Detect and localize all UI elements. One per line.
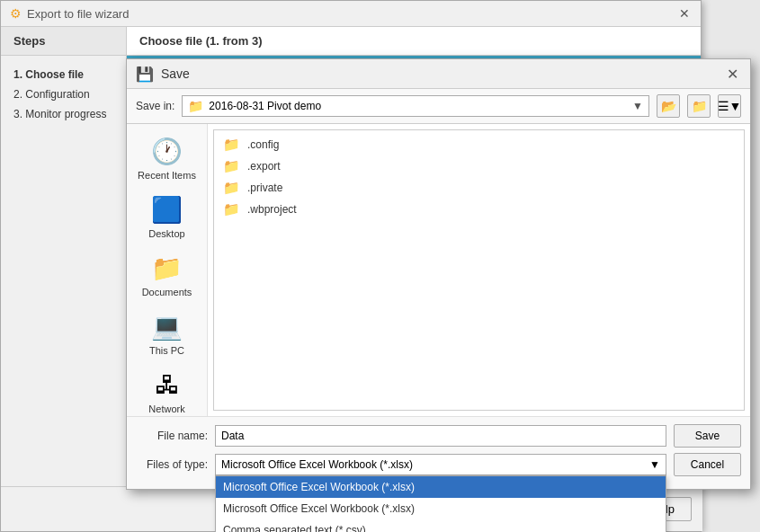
- save-button[interactable]: Save: [674, 424, 741, 448]
- recent-items-label: Recent Items: [138, 170, 196, 181]
- save-dialog-icon: 💾: [136, 66, 154, 83]
- toolbar-up-folder-button[interactable]: 📂: [657, 94, 680, 118]
- save-sidebar: 🕐 Recent Items 🟦 Desktop 📁 Documents 💻 T…: [127, 124, 208, 416]
- network-label: Network: [148, 403, 184, 414]
- documents-icon: 📁: [151, 253, 183, 283]
- wizard-step-3: 3. Monitor progress: [10, 106, 117, 122]
- desktop-icon: 🟦: [151, 195, 183, 225]
- this-pc-label: This PC: [149, 345, 184, 356]
- sidebar-item-desktop[interactable]: 🟦 Desktop: [131, 190, 203, 244]
- file-type-wrapper: Microsoft Office Excel Workbook (*.xlsx)…: [215, 454, 666, 475]
- save-body: 🕐 Recent Items 🟦 Desktop 📁 Documents 💻 T…: [127, 124, 750, 416]
- file-type-row: Files of type: Microsoft Office Excel Wo…: [136, 453, 741, 476]
- sidebar-item-recent[interactable]: 🕐 Recent Items: [131, 131, 203, 186]
- file-type-dropdown[interactable]: Microsoft Office Excel Workbook (*.xlsx)…: [215, 454, 666, 475]
- save-dialog-titlebar: 💾 Save ✕: [127, 59, 750, 89]
- selected-file-type: Microsoft Office Excel Workbook (*.xlsx): [221, 458, 413, 471]
- file-name: .private: [247, 182, 282, 194]
- this-pc-icon: 💻: [151, 312, 183, 341]
- wizard-step-1: 1. Choose file: [10, 66, 117, 83]
- filetype-option-xlsx-1[interactable]: Microsoft Office Excel Workbook (*.xlsx): [216, 476, 666, 498]
- file-name-row: File name: Save: [136, 424, 741, 448]
- sidebar-item-network[interactable]: 🖧 Network: [131, 365, 203, 416]
- network-icon: 🖧: [155, 370, 180, 400]
- save-toolbar: Save in: 📁 2016-08-31 Pivot demo ▼ 📂 📁 ☰…: [127, 89, 750, 124]
- recent-items-icon: 🕐: [151, 137, 183, 166]
- file-name: .export: [247, 160, 281, 173]
- sidebar-item-this-pc[interactable]: 💻 This PC: [131, 306, 203, 361]
- cancel-button[interactable]: Cancel: [674, 453, 741, 476]
- wizard-title: Export to file wizard: [27, 7, 129, 21]
- file-item[interactable]: 📁 .wbproject: [218, 199, 740, 220]
- files-of-type-label: Files of type:: [136, 458, 208, 471]
- save-bottom: File name: Save Files of type: Microsoft…: [127, 416, 750, 489]
- current-step-label: Choose file (1. from 3): [127, 27, 275, 55]
- sidebar-item-documents[interactable]: 📁 Documents: [131, 248, 203, 303]
- desktop-label: Desktop: [148, 228, 184, 239]
- wizard-titlebar: ⚙ Export to file wizard ✕: [1, 1, 701, 27]
- folder-icon: 📁: [223, 137, 240, 153]
- filetype-option-csv[interactable]: Comma separated text (*.csv): [216, 519, 666, 532]
- toolbar-view-button[interactable]: ☰▼: [718, 94, 741, 118]
- file-name-input[interactable]: [215, 425, 666, 447]
- file-type-chevron-icon: ▼: [649, 458, 660, 471]
- steps-heading: Steps: [1, 27, 127, 55]
- save-in-value: 2016-08-31 Pivot demo: [209, 100, 632, 112]
- filetype-option-xlsx-2[interactable]: Microsoft Office Excel Workbook (*.xlsx): [216, 498, 666, 519]
- file-item[interactable]: 📁 .export: [218, 155, 740, 177]
- documents-label: Documents: [142, 287, 192, 297]
- save-close-button[interactable]: ✕: [723, 65, 741, 83]
- wizard-close-button[interactable]: ✕: [677, 6, 692, 21]
- file-name: .wbproject: [247, 203, 297, 216]
- wizard-steps-panel: 1. Choose file 2. Configuration 3. Monit…: [1, 56, 127, 483]
- folder-icon: 📁: [223, 158, 240, 174]
- file-item[interactable]: 📁 .config: [218, 134, 740, 155]
- save-titlebar-left: 💾 Save: [136, 66, 190, 83]
- file-list[interactable]: 📁 .config 📁 .export 📁 .private 📁 .wbproj…: [213, 129, 745, 411]
- file-name: .config: [247, 138, 279, 151]
- toolbar-new-folder-button[interactable]: 📁: [687, 94, 711, 118]
- save-in-label: Save in:: [136, 100, 174, 112]
- save-in-folder-icon: 📁: [188, 99, 203, 113]
- save-in-chevron-icon: ▼: [632, 100, 643, 112]
- save-in-dropdown[interactable]: 📁 2016-08-31 Pivot demo ▼: [182, 95, 649, 117]
- folder-icon: 📁: [223, 201, 240, 217]
- save-dialog-title: Save: [161, 66, 190, 81]
- file-name-label: File name:: [136, 430, 208, 442]
- wizard-titlebar-left: ⚙ Export to file wizard: [10, 6, 129, 21]
- save-dialog: 💾 Save ✕ Save in: 📁 2016-08-31 Pivot dem…: [126, 58, 751, 490]
- folder-icon: 📁: [223, 180, 240, 196]
- file-item[interactable]: 📁 .private: [218, 177, 740, 199]
- wizard-header: Steps Choose file (1. from 3): [1, 27, 701, 56]
- file-type-menu: Microsoft Office Excel Workbook (*.xlsx)…: [215, 475, 666, 532]
- wizard-title-icon: ⚙: [10, 6, 22, 21]
- wizard-step-2: 2. Configuration: [10, 86, 117, 102]
